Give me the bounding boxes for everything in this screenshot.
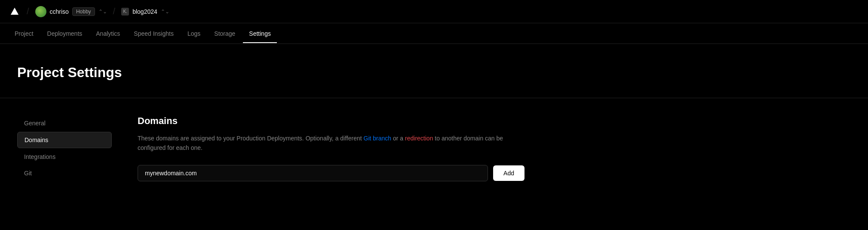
domains-title: Domains — [138, 115, 524, 127]
user-menu[interactable]: cchriso Hobby ⌃⌄ — [35, 6, 107, 17]
topbar: / cchriso Hobby ⌃⌄ / K. blog2024 ⌃⌄ — [0, 0, 868, 23]
description-text-middle: or a — [391, 135, 405, 142]
tab-settings[interactable]: Settings — [243, 25, 277, 43]
domain-input-row: Add — [138, 165, 524, 181]
nav-tabs: Project Deployments Analytics Speed Insi… — [0, 23, 868, 44]
tab-deployments[interactable]: Deployments — [41, 25, 89, 43]
avatar — [35, 6, 46, 17]
project-chevron-icon: ⌃⌄ — [161, 9, 169, 15]
domains-section: Domains These domains are assigned to yo… — [138, 115, 524, 182]
project-icon: K. — [121, 8, 129, 16]
domains-description: These domains are assigned to your Produ… — [138, 134, 524, 153]
separator-1: / — [27, 6, 29, 16]
settings-sidebar: General Domains Integrations Git — [17, 115, 112, 182]
tab-logs[interactable]: Logs — [181, 25, 206, 43]
tab-project[interactable]: Project — [9, 25, 40, 43]
vercel-logo[interactable] — [9, 6, 21, 18]
sidebar-item-domains[interactable]: Domains — [17, 132, 112, 148]
user-chevron-icon: ⌃⌄ — [98, 9, 107, 15]
svg-marker-0 — [11, 7, 18, 15]
page-title: Project Settings — [17, 65, 851, 81]
page-header: Project Settings — [0, 44, 868, 98]
redirection-link[interactable]: redirection — [405, 135, 433, 142]
project-selector[interactable]: K. blog2024 ⌃⌄ — [121, 8, 169, 16]
separator-2: / — [113, 6, 116, 16]
sidebar-item-git[interactable]: Git — [17, 165, 112, 181]
main-content: General Domains Integrations Git Domains… — [0, 98, 602, 199]
add-domain-button[interactable]: Add — [493, 165, 524, 181]
sidebar-item-general[interactable]: General — [17, 115, 112, 131]
tab-speed-insights[interactable]: Speed Insights — [128, 25, 180, 43]
sidebar-item-integrations[interactable]: Integrations — [17, 149, 112, 165]
description-text-before: These domains are assigned to your Produ… — [138, 135, 364, 142]
git-branch-link[interactable]: Git branch — [364, 135, 392, 142]
username-label: cchriso — [50, 8, 69, 15]
plan-badge: Hobby — [72, 7, 95, 16]
tab-analytics[interactable]: Analytics — [90, 25, 126, 43]
tab-storage[interactable]: Storage — [208, 25, 241, 43]
domain-input[interactable] — [138, 165, 488, 181]
project-name-label: blog2024 — [132, 8, 157, 15]
